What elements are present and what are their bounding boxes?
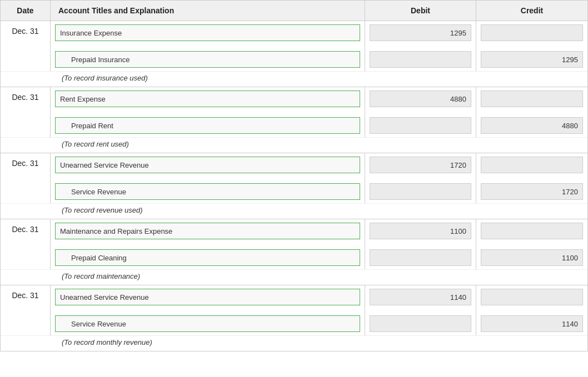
credit-account-input-3[interactable] [55,183,360,200]
credit-row-debit-cell-4 [365,246,476,269]
debit-account-cell-4 [51,219,365,243]
credit-account-cell-5 [51,312,365,335]
debit-row-credit-cell-5 [476,285,587,309]
credit-row-debit-input-2[interactable] [370,117,471,134]
credit-account-cell-4 [51,246,365,269]
entries-container: Dec. 31(To record insurance used)Dec. 31… [0,21,588,351]
credit-value-input-1[interactable] [481,51,583,68]
credit-row-debit-cell-1 [365,48,476,71]
credit-value-cell-5 [476,312,587,335]
entry-block-3: Dec. 31(To record revenue used) [0,153,588,219]
debit-account-cell-2 [51,87,365,110]
credit-row-date-spacer-2 [1,114,51,137]
credit-row-date-spacer-4 [1,246,51,269]
debit-account-input-1[interactable] [55,24,360,41]
debit-value-cell-2 [365,87,476,110]
credit-row-date-spacer-3 [1,180,51,203]
debit-row-3: Dec. 31 [1,153,587,177]
note-row-1: (To record insurance used) [1,71,587,87]
debit-account-input-2[interactable] [55,91,360,107]
credit-account-cell-2 [51,114,365,137]
credit-row-debit-cell-3 [365,180,476,203]
debit-row-credit-input-2[interactable] [481,91,583,107]
debit-row-credit-cell-3 [476,153,587,177]
date-cell-3: Dec. 31 [1,153,51,177]
credit-value-cell-2 [476,114,587,137]
date-cell-5: Dec. 31 [1,285,51,309]
credit-value-input-5[interactable] [481,315,583,332]
credit-value-cell-4 [476,246,587,269]
debit-value-cell-3 [365,153,476,177]
credit-row-debit-cell-2 [365,114,476,137]
date-cell-2: Dec. 31 [1,87,51,110]
debit-row-4: Dec. 31 [1,219,587,243]
debit-row-2: Dec. 31 [1,87,587,110]
journal-table: Date Account Titles and Explanation Debi… [0,0,588,351]
credit-account-input-1[interactable] [55,51,360,68]
debit-value-input-1[interactable] [370,24,471,41]
credit-row-debit-input-3[interactable] [370,183,471,200]
debit-row-credit-cell-4 [476,219,587,243]
credit-account-input-2[interactable] [55,117,360,134]
debit-account-cell-3 [51,153,365,177]
debit-row-credit-input-4[interactable] [481,223,583,239]
credit-account-input-4[interactable] [55,249,360,266]
entry-block-2: Dec. 31(To record rent used) [0,87,588,153]
debit-value-cell-1 [365,21,476,44]
credit-value-input-3[interactable] [481,183,583,200]
credit-value-input-4[interactable] [481,249,583,266]
credit-row-debit-input-1[interactable] [370,51,471,68]
entry-block-5: Dec. 31(To record monthly revenue) [0,285,588,351]
note-row-3: (To record revenue used) [1,203,587,219]
credit-row-5 [1,312,587,335]
credit-row-debit-input-4[interactable] [370,249,471,266]
date-cell-1: Dec. 31 [1,21,51,44]
credit-row-4 [1,246,587,269]
debit-row-credit-input-1[interactable] [481,24,583,41]
credit-row-date-spacer-1 [1,48,51,71]
debit-value-cell-5 [365,285,476,309]
debit-account-cell-5 [51,285,365,309]
debit-value-input-5[interactable] [370,289,471,305]
debit-row-credit-cell-1 [476,21,587,44]
header-date: Date [1,1,51,21]
debit-value-cell-4 [365,219,476,243]
debit-account-input-3[interactable] [55,157,360,173]
credit-value-input-2[interactable] [481,117,583,134]
credit-value-cell-3 [476,180,587,203]
credit-account-cell-1 [51,48,365,71]
entry-block-1: Dec. 31(To record insurance used) [0,21,588,87]
table-header: Date Account Titles and Explanation Debi… [0,0,588,21]
header-debit: Debit [365,1,476,21]
debit-account-input-4[interactable] [55,223,360,239]
credit-row-debit-cell-5 [365,312,476,335]
debit-row-credit-input-5[interactable] [481,289,583,305]
debit-value-input-3[interactable] [370,157,471,173]
credit-account-input-5[interactable] [55,315,360,332]
credit-row-2 [1,114,587,137]
debit-row-1: Dec. 31 [1,21,587,44]
credit-row-debit-input-5[interactable] [370,315,471,332]
note-row-4: (To record maintenance) [1,269,587,285]
credit-row-1 [1,48,587,71]
credit-value-cell-1 [476,48,587,71]
header-credit: Credit [476,1,587,21]
debit-row-credit-cell-2 [476,87,587,110]
entry-block-4: Dec. 31(To record maintenance) [0,219,588,285]
date-cell-4: Dec. 31 [1,219,51,243]
header-account: Account Titles and Explanation [51,1,365,21]
credit-account-cell-3 [51,180,365,203]
debit-account-input-5[interactable] [55,289,360,305]
debit-account-cell-1 [51,21,365,44]
debit-value-input-2[interactable] [370,91,471,107]
credit-row-date-spacer-5 [1,312,51,335]
debit-value-input-4[interactable] [370,223,471,239]
debit-row-5: Dec. 31 [1,285,587,309]
debit-row-credit-input-3[interactable] [481,157,583,173]
note-row-5: (To record monthly revenue) [1,335,587,351]
note-row-2: (To record rent used) [1,137,587,153]
credit-row-3 [1,180,587,203]
